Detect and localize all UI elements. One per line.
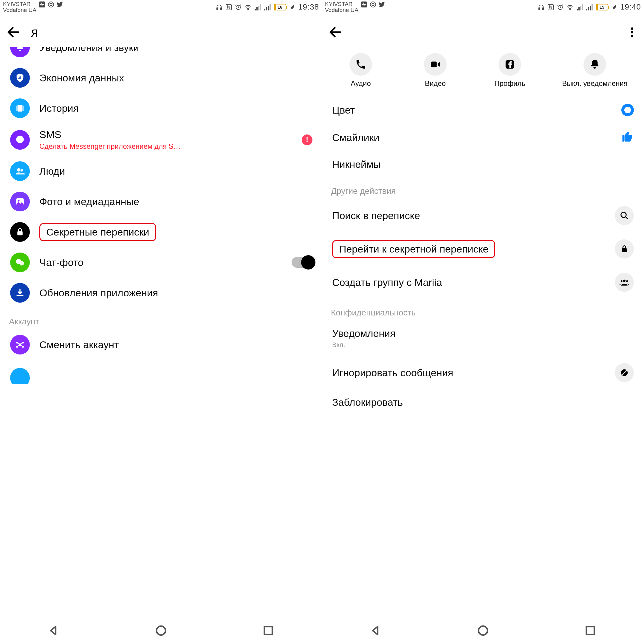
- shield-icon: [10, 68, 30, 88]
- svg-point-7: [248, 9, 249, 10]
- bell-icon: [10, 47, 30, 57]
- row-block[interactable]: Заблокировать: [322, 389, 644, 415]
- row-story[interactable]: История: [0, 93, 322, 123]
- svg-point-12: [17, 168, 20, 171]
- svg-point-34: [621, 212, 626, 218]
- alarm-icon: [235, 4, 241, 10]
- nav-home-icon[interactable]: [477, 625, 489, 638]
- svg-point-31: [570, 9, 571, 10]
- svg-rect-9: [16, 106, 17, 111]
- image-icon: [10, 192, 30, 211]
- nav-recent-icon[interactable]: [584, 625, 596, 638]
- app-bar: я: [0, 17, 322, 47]
- carrier-label: KYIVSTAR: [325, 1, 358, 7]
- people-icon: [10, 161, 30, 181]
- svg-point-40: [157, 626, 165, 635]
- action-audio[interactable]: Аудио: [338, 53, 383, 88]
- svg-point-2: [50, 3, 52, 5]
- heartbeat-icon: [361, 1, 367, 8]
- twitter-icon: [57, 1, 63, 8]
- row-partial[interactable]: [0, 360, 322, 384]
- chrome-icon: [48, 1, 54, 8]
- svg-point-38: [626, 280, 628, 282]
- svg-rect-32: [431, 62, 437, 67]
- back-icon[interactable]: [6, 25, 21, 40]
- story-icon: [10, 98, 30, 118]
- svg-point-11: [16, 135, 24, 143]
- row-ignore[interactable]: Игнорировать сообщения: [322, 356, 644, 389]
- twitter-icon: [379, 1, 385, 8]
- action-profile[interactable]: Профиль: [487, 53, 532, 88]
- svg-point-37: [621, 280, 623, 282]
- nav-back-icon[interactable]: [370, 625, 382, 638]
- nav-recent-icon[interactable]: [262, 625, 274, 638]
- row-data-saver[interactable]: Экономия данных: [0, 63, 322, 93]
- nav-back-icon[interactable]: [48, 625, 60, 638]
- leaf-icon: [289, 4, 295, 10]
- carrier-label: Vodafone UA: [325, 7, 358, 13]
- status-bar: KYIVSTAR Vodafone UA 15 19:40: [322, 0, 644, 17]
- section-header: Другие действия: [322, 177, 644, 199]
- row-notifications[interactable]: Уведомления Вкл.: [322, 321, 644, 356]
- svg-rect-28: [543, 7, 544, 9]
- row-switch-account[interactable]: Сменить аккаунт: [0, 329, 322, 360]
- download-icon: [10, 283, 30, 303]
- bubbles-icon: [10, 253, 30, 272]
- row-nicknames[interactable]: Никнеймы: [322, 151, 644, 177]
- row-search[interactable]: Поиск в переписке: [322, 199, 644, 232]
- toggle-switch[interactable]: [292, 257, 314, 268]
- clock-label: 19:40: [620, 2, 641, 12]
- svg-rect-4: [221, 7, 222, 9]
- more-icon[interactable]: [626, 26, 638, 38]
- back-icon[interactable]: [328, 25, 343, 40]
- svg-rect-43: [586, 627, 595, 635]
- highlight-box: Секретные переписки: [39, 223, 156, 241]
- chrome-icon: [370, 1, 376, 8]
- alert-icon: !: [302, 134, 312, 145]
- action-video[interactable]: Видео: [413, 53, 458, 88]
- carrier-label: Vodafone UA: [3, 7, 36, 13]
- svg-rect-10: [23, 106, 24, 111]
- svg-point-15: [18, 200, 20, 202]
- group-icon: [615, 273, 634, 292]
- wifi-icon: [244, 4, 252, 10]
- row-notifications[interactable]: Уведомления и звуки: [0, 47, 322, 63]
- svg-rect-3: [217, 7, 218, 9]
- row-updates[interactable]: Обновления приложения: [0, 278, 322, 308]
- chat-icon: [10, 130, 30, 150]
- row-emoji[interactable]: Смайлики: [322, 123, 644, 151]
- row-secret[interactable]: Перейти к секретной переписке: [322, 232, 644, 266]
- row-secret[interactable]: Секретные переписки: [0, 217, 322, 247]
- wifi-icon: [566, 4, 574, 10]
- nfc-icon: [225, 4, 232, 10]
- leaf-icon: [611, 4, 617, 10]
- switch-icon: [10, 335, 30, 354]
- color-icon: [621, 104, 634, 116]
- action-row: Аудио Видео Профиль Выкл. уведомления: [322, 47, 644, 97]
- headphones-icon: [216, 4, 222, 10]
- row-chat-photo[interactable]: Чат-фото: [0, 247, 322, 278]
- svg-rect-8: [18, 105, 23, 112]
- row-sms[interactable]: SMSСделать Messenger приложением для S… …: [0, 123, 322, 156]
- signal-icon: [577, 4, 583, 10]
- row-group[interactable]: Создать группу с Mariia: [322, 266, 644, 299]
- signal-icon: [255, 4, 261, 10]
- signal-icon: [586, 4, 593, 10]
- svg-rect-41: [264, 627, 273, 635]
- like-icon: [621, 131, 634, 144]
- clock-label: 19:38: [298, 2, 319, 12]
- page-title: я: [31, 25, 38, 40]
- phone-icon: [349, 53, 372, 76]
- svg-rect-35: [622, 248, 627, 252]
- headphones-icon: [538, 4, 544, 10]
- svg-point-36: [623, 280, 626, 282]
- alarm-icon: [557, 4, 563, 10]
- row-media[interactable]: Фото и медиаданные: [0, 186, 322, 217]
- svg-point-26: [372, 3, 374, 5]
- highlight-box: Перейти к секретной переписке: [332, 240, 495, 258]
- row-people[interactable]: Люди: [0, 156, 322, 186]
- row-color[interactable]: Цвет: [322, 97, 644, 123]
- section-header: Аккаунт: [0, 308, 322, 329]
- action-mute[interactable]: Выкл. уведомления: [562, 53, 628, 88]
- nav-home-icon[interactable]: [155, 625, 167, 638]
